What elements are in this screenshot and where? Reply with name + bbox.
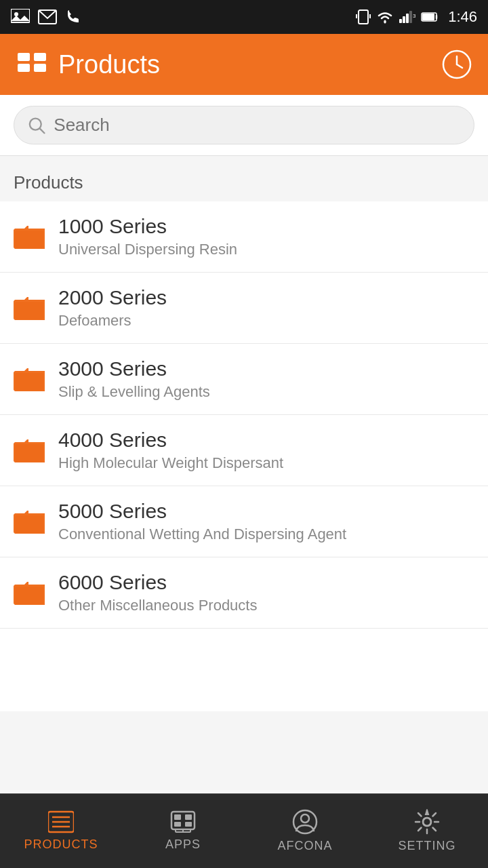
product-name: 3000 Series	[58, 357, 210, 380]
svg-rect-56	[174, 822, 181, 827]
product-name: 2000 Series	[58, 286, 167, 309]
signal-icon: 3G	[399, 11, 415, 23]
svg-point-59	[301, 814, 309, 823]
svg-line-22	[40, 128, 45, 133]
product-name: 4000 Series	[58, 429, 283, 452]
header: Products	[0, 34, 488, 95]
svg-line-67	[433, 828, 436, 831]
product-item[interactable]: 3000 Series Slip & Levelling Agents	[0, 344, 488, 415]
status-bar: 3G 1:46	[0, 0, 488, 34]
product-description: Conventional Wetting And Dispersing Agen…	[58, 526, 346, 543]
svg-rect-57	[185, 822, 192, 827]
clock-icon[interactable]	[442, 50, 472, 79]
product-text: 5000 Series Conventional Wetting And Dis…	[58, 500, 346, 543]
product-description: High Molecular Weight Dispersant	[58, 454, 283, 472]
product-text: 2000 Series Defoamers	[58, 286, 167, 330]
nav-label: APPS	[165, 837, 201, 852]
product-text: 6000 Series Other Miscellaneous Products	[58, 571, 257, 614]
product-item[interactable]: 1000 Series Universal Dispersing Resin	[0, 201, 488, 273]
folder-icon	[14, 363, 45, 395]
setting-nav-icon	[414, 809, 440, 835]
product-item[interactable]: 2000 Series Defoamers	[0, 273, 488, 344]
status-time: 1:46	[448, 8, 477, 26]
status-bar-left	[11, 9, 81, 25]
header-title-area: Products	[16, 49, 160, 80]
svg-point-6	[384, 21, 386, 23]
product-name: 5000 Series	[58, 500, 346, 523]
svg-line-68	[433, 813, 436, 816]
product-item[interactable]: 6000 Series Other Miscellaneous Products	[0, 557, 488, 629]
svg-rect-3	[359, 10, 368, 24]
product-list: 1000 Series Universal Dispersing Resin 2…	[0, 201, 488, 711]
svg-rect-17	[34, 64, 46, 72]
product-description: Defoamers	[58, 312, 167, 330]
svg-rect-9	[406, 14, 409, 23]
nav-label: PRODUCTS	[24, 837, 98, 852]
svg-rect-38	[15, 444, 43, 462]
product-description: Slip & Levelling Agents	[58, 383, 210, 401]
battery-icon	[421, 12, 440, 22]
folder-icon	[14, 435, 45, 466]
status-bar-right: 3G 1:46	[356, 8, 477, 26]
products-nav-icon	[48, 810, 74, 833]
search-container	[0, 95, 488, 156]
svg-line-20	[457, 64, 462, 68]
page-title: Products	[58, 50, 160, 79]
phone-icon	[65, 9, 81, 25]
svg-rect-51	[171, 812, 195, 829]
svg-rect-15	[18, 64, 30, 72]
svg-rect-8	[403, 16, 405, 23]
folder-icon	[14, 292, 45, 323]
search-bar-wrapper	[14, 106, 474, 144]
nav-item-products[interactable]: PRODUCTS	[0, 810, 122, 852]
svg-rect-55	[185, 814, 192, 820]
search-icon	[28, 116, 45, 135]
svg-text:3G: 3G	[413, 13, 415, 19]
apps-nav-icon	[170, 810, 196, 833]
wifi-icon	[376, 10, 394, 24]
svg-rect-10	[409, 11, 412, 23]
nav-item-apps[interactable]: APPS	[122, 810, 244, 852]
svg-line-66	[418, 813, 422, 816]
svg-rect-30	[15, 302, 43, 319]
product-text: 1000 Series Universal Dispersing Resin	[58, 215, 237, 258]
search-input[interactable]	[54, 115, 460, 136]
svg-rect-54	[174, 814, 181, 820]
product-name: 1000 Series	[58, 215, 237, 238]
nav-label: AFCONA	[277, 839, 332, 853]
svg-rect-16	[34, 53, 46, 61]
nav-label: SETTING	[398, 839, 455, 853]
folder-icon	[14, 506, 45, 537]
gallery-icon	[11, 9, 30, 25]
svg-rect-13	[422, 14, 434, 20]
folder-icon	[14, 221, 45, 252]
nav-item-afcona[interactable]: AFCONA	[244, 809, 366, 853]
product-name: 6000 Series	[58, 571, 257, 594]
phone-vibrate-icon	[356, 9, 371, 25]
section-label: Products	[0, 156, 488, 201]
product-description: Other Miscellaneous Products	[58, 597, 257, 614]
svg-rect-14	[18, 53, 30, 61]
spacer	[0, 711, 488, 794]
product-text: 3000 Series Slip & Levelling Agents	[58, 357, 210, 401]
product-text: 4000 Series High Molecular Weight Disper…	[58, 429, 283, 472]
svg-rect-34	[15, 373, 43, 391]
bottom-nav: PRODUCTS APPS AFCONA SET	[0, 793, 488, 868]
nav-item-setting[interactable]: SETTING	[366, 809, 488, 853]
product-description: Universal Dispersing Resin	[58, 241, 237, 258]
svg-rect-26	[15, 231, 43, 248]
svg-rect-46	[15, 587, 43, 604]
product-item[interactable]: 5000 Series Conventional Wetting And Dis…	[0, 486, 488, 557]
folder-icon	[14, 577, 45, 608]
svg-rect-7	[399, 19, 402, 23]
svg-line-69	[418, 828, 422, 831]
grid-icon	[16, 49, 47, 80]
product-item[interactable]: 4000 Series High Molecular Weight Disper…	[0, 415, 488, 486]
afcona-nav-icon	[292, 809, 318, 835]
svg-rect-42	[15, 515, 43, 533]
email-icon	[38, 9, 57, 24]
svg-point-61	[423, 818, 431, 826]
